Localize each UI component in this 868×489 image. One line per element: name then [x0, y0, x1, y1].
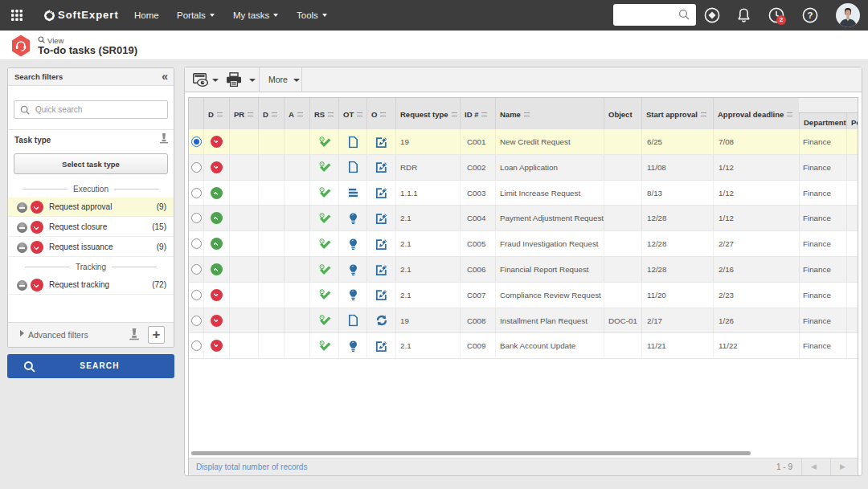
svg-text:?: ? — [807, 10, 813, 20]
